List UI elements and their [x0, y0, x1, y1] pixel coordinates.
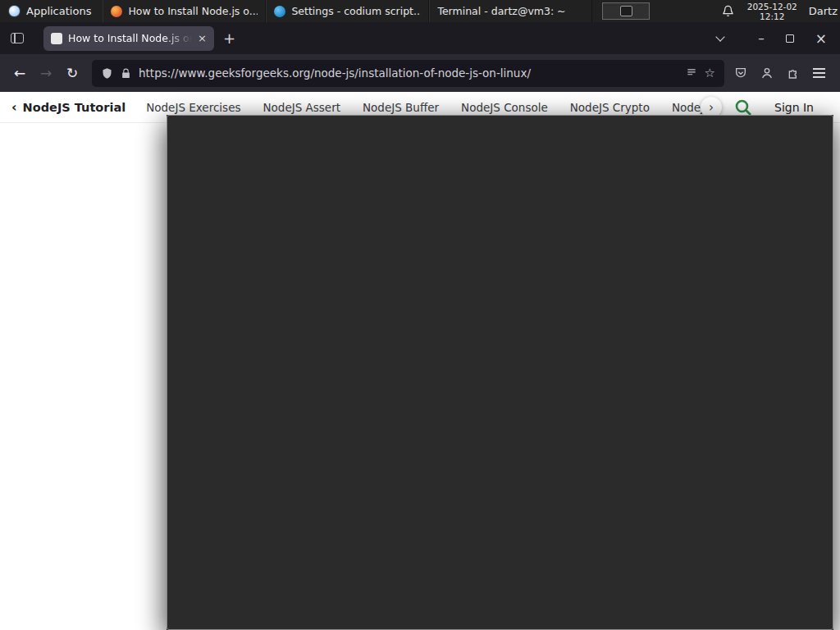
sign-in-button[interactable]: Sign In [774, 101, 814, 114]
notifications-button[interactable] [722, 5, 734, 17]
taskbar-window-button[interactable]: Settings - codium script... [266, 0, 429, 22]
browser-tab-active[interactable]: How to Install Node.js on × [43, 26, 214, 51]
window-minimize-button[interactable]: – [758, 31, 765, 46]
extensions-icon[interactable] [787, 66, 800, 80]
window-app-icon [274, 6, 285, 17]
window-restore-button[interactable] [786, 34, 794, 43]
workspace-window-icon [620, 6, 632, 16]
site-nav-link[interactable]: NodeJS Crypto [570, 101, 650, 114]
pocket-icon[interactable] [734, 66, 747, 80]
search-icon [733, 98, 753, 117]
browser-window-controls: – × [758, 30, 827, 47]
browser-tab-bar: How to Install Node.js on × + – × [0, 22, 840, 54]
window-app-icon [111, 6, 122, 17]
site-nav-link[interactable]: NodeJS Assert [262, 101, 340, 114]
firefox-view-icon [11, 33, 24, 43]
site-nav-link[interactable]: NodeJS Exercises [146, 101, 240, 114]
site-nav-primary[interactable]: ‹ NodeJS Tutorial [11, 99, 126, 115]
back-button[interactable]: ← [7, 60, 33, 86]
reload-button[interactable]: ↻ [59, 60, 85, 86]
lock-icon[interactable] [121, 68, 131, 79]
clock-time: 12:12 [747, 11, 797, 21]
taskbar-window-button[interactable]: Terminal - dartz@vm3: ~ [429, 0, 592, 22]
new-tab-button[interactable]: + [223, 30, 235, 47]
applications-icon [8, 5, 21, 17]
menu-hamburger-icon[interactable] [813, 68, 825, 78]
chevron-left-icon[interactable]: ‹ [11, 99, 17, 115]
firefox-view-button[interactable] [5, 26, 30, 51]
bookmark-star-icon[interactable]: ☆ [705, 66, 715, 80]
taskbar-window-button[interactable]: How to Install Node.js o... [103, 0, 266, 22]
taskbar: How to Install Node.js o... Settings - c… [103, 0, 592, 22]
site-nav-primary-label: NodeJS Tutorial [23, 101, 126, 114]
site-nav-link[interactable]: NodeJS Console [461, 101, 548, 114]
forward-button[interactable]: → [33, 60, 59, 86]
user-label: Dartz [809, 5, 838, 17]
toolbar-icons [734, 66, 825, 80]
window-title-label: Terminal - dartz@vm3: ~ [437, 5, 565, 17]
url-bar[interactable]: https://www.geeksforgeeks.org/node-js/in… [92, 60, 724, 87]
tracking-protection-shield-icon[interactable] [101, 67, 113, 80]
account-icon[interactable] [760, 66, 774, 80]
site-nav-links: NodeJS Exercises NodeJS Assert NodeJS Bu… [146, 101, 712, 114]
bell-icon [722, 5, 734, 17]
clock-date: 2025-12-02 [747, 2, 797, 11]
clock[interactable]: 2025-12-02 12:12 [747, 2, 797, 21]
reader-mode-icon[interactable] [686, 67, 697, 79]
window-title-label: How to Install Node.js o... [128, 5, 258, 17]
applications-label: Applications [26, 5, 91, 17]
site-nav-link[interactable]: NodeJS Buffer [363, 101, 439, 114]
browser-toolbar: ← → ↻ https://www.geeksforgeeks.org/node… [0, 54, 840, 92]
tab-favicon [51, 33, 62, 44]
window-title-label: Settings - codium script... [291, 5, 421, 17]
tab-title: How to Install Node.js on [68, 32, 192, 44]
workspace-pager[interactable] [602, 2, 650, 20]
tab-close-icon[interactable]: × [198, 32, 207, 44]
site-search-button[interactable] [733, 98, 753, 117]
url-text[interactable]: https://www.geeksforgeeks.org/node-js/in… [139, 66, 678, 80]
desktop-panel: Applications How to Install Node.js o...… [0, 0, 840, 22]
list-all-tabs-chevron-icon[interactable] [716, 32, 725, 41]
applications-menu-button[interactable]: Applications [0, 0, 99, 22]
window-close-button[interactable]: × [815, 30, 827, 47]
